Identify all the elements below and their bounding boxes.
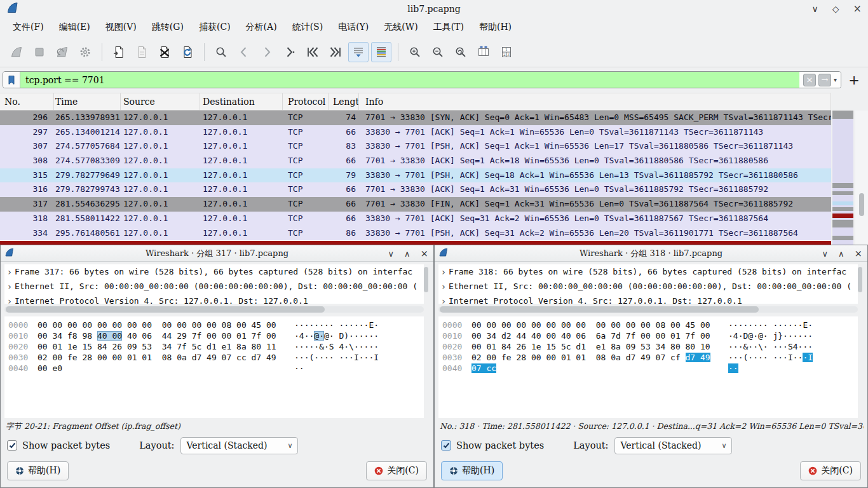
go-forward-button[interactable] bbox=[257, 42, 277, 62]
display-filter-input[interactable]: tcp.port == 7701 bbox=[20, 72, 799, 88]
packet-row[interactable]: 316279.782799743127.0.0.1127.0.0.1TCP667… bbox=[0, 182, 831, 197]
filter-clear-button[interactable]: × bbox=[803, 74, 816, 86]
hex-row[interactable]: 000000 00 00 00 00 00 00 00 00 00 00 00 … bbox=[8, 320, 424, 330]
menu-item[interactable]: 帮助(H) bbox=[471, 19, 519, 36]
zoom-reset-button[interactable] bbox=[451, 42, 471, 62]
help-button[interactable]: 帮助(H) bbox=[441, 461, 503, 480]
dialog-title-bar[interactable]: Wireshark · 分组 317 · lib7.pcapng ∨ ∧ × bbox=[1, 245, 433, 262]
hex-row[interactable]: 002000 01 84 26 1e 15 5c d1 e1 8a 09 53 … bbox=[442, 341, 858, 352]
packet-row[interactable]: 297265.134001214127.0.0.1127.0.0.1TCP663… bbox=[0, 125, 831, 140]
menu-item[interactable]: 文件(F) bbox=[5, 19, 51, 36]
stop-capture-button[interactable] bbox=[29, 42, 50, 62]
column-header-source[interactable]: Source bbox=[121, 93, 200, 110]
hex-row[interactable]: 003002 00 fe 28 00 00 01 01 08 0a d7 49 … bbox=[8, 352, 424, 363]
column-header-info[interactable]: Info bbox=[359, 93, 831, 110]
minimize-button[interactable]: ∨ bbox=[822, 250, 828, 258]
column-header-time[interactable]: Time bbox=[54, 93, 121, 110]
dialog-title-bar[interactable]: Wireshark · 分组 318 · lib7.pcapng ∨ ∧ × bbox=[435, 245, 867, 262]
hex-row[interactable]: 000000 00 00 00 00 00 00 00 00 00 00 00 … bbox=[442, 320, 858, 330]
zoom-out-button[interactable] bbox=[428, 42, 448, 62]
menu-item[interactable]: 统计(S) bbox=[285, 19, 331, 36]
close-dialog-button[interactable]: 关闭(C) bbox=[800, 461, 861, 480]
packet-row[interactable]: 334295.761480561127.0.0.1127.0.0.1TCP863… bbox=[0, 226, 831, 241]
column-header-no[interactable]: No. bbox=[0, 93, 54, 110]
restart-capture-button[interactable] bbox=[52, 42, 72, 62]
close-button[interactable]: × bbox=[420, 249, 428, 259]
show-packet-bytes-checkbox[interactable] bbox=[441, 440, 451, 451]
reload-file-button[interactable] bbox=[177, 42, 198, 62]
packet-row-clipped-red[interactable] bbox=[0, 240, 831, 245]
go-to-packet-button[interactable] bbox=[280, 42, 300, 62]
tree-row[interactable]: ›Ethernet II, Src: 00:00:00_00:00:00 (00… bbox=[438, 279, 858, 294]
filter-bookmark-button[interactable] bbox=[3, 72, 20, 88]
tree-horizontal-scrollbar[interactable] bbox=[4, 306, 424, 313]
restore-button[interactable]: ∧ bbox=[838, 250, 844, 258]
layout-select[interactable]: Vertical (Stacked) ∨ bbox=[614, 437, 732, 454]
column-header-protocol[interactable]: Protocol bbox=[283, 93, 329, 110]
tree-scrollbar-handle[interactable] bbox=[858, 267, 862, 292]
menu-item[interactable]: 工具(T) bbox=[426, 19, 471, 36]
packet-row[interactable]: 308274.577083309127.0.0.1127.0.0.1TCP667… bbox=[0, 154, 831, 168]
help-button[interactable]: 帮助(H) bbox=[7, 461, 69, 480]
column-header-length[interactable]: Length bbox=[329, 93, 359, 110]
open-file-button[interactable] bbox=[109, 42, 129, 62]
tree-scrollbar-handle[interactable] bbox=[424, 267, 428, 292]
auto-scroll-button[interactable] bbox=[348, 42, 369, 62]
layout-select[interactable]: Vertical (Stacked) ∨ bbox=[180, 437, 298, 454]
column-header-destination[interactable]: Destination bbox=[200, 93, 283, 110]
maximize-button[interactable]: ◇ bbox=[832, 4, 839, 13]
capture-options-button[interactable] bbox=[75, 42, 95, 62]
close-file-button[interactable] bbox=[154, 42, 175, 62]
hex-row[interactable]: 001000 34 f8 98 40 00 40 06 44 29 7f 00 … bbox=[8, 330, 424, 341]
hex-row[interactable]: 004007 cc·· bbox=[442, 363, 858, 374]
resize-columns-button[interactable] bbox=[473, 42, 494, 62]
menu-item[interactable]: 编辑(E) bbox=[51, 19, 98, 36]
tree-row[interactable]: ›Frame 317: 66 bytes on wire (528 bits),… bbox=[4, 264, 424, 279]
menu-item[interactable]: 跳转(G) bbox=[144, 19, 191, 36]
go-back-button[interactable] bbox=[234, 42, 254, 62]
menu-item[interactable]: 无线(W) bbox=[376, 19, 425, 36]
save-file-button[interactable] bbox=[132, 42, 152, 62]
expander-icon[interactable]: › bbox=[4, 281, 15, 292]
packet-row[interactable]: 296265.133978931127.0.0.1127.0.0.1TCP747… bbox=[0, 111, 831, 125]
menu-item[interactable]: 捕获(C) bbox=[191, 19, 238, 36]
scrollbar-handle[interactable] bbox=[440, 306, 759, 313]
layout-grid-button[interactable]: 123 bbox=[496, 42, 517, 62]
expander-icon[interactable]: › bbox=[438, 281, 449, 292]
scrollbar-handle[interactable] bbox=[6, 306, 325, 313]
go-first-button[interactable] bbox=[302, 42, 323, 62]
close-button[interactable]: × bbox=[853, 4, 862, 14]
tree-horizontal-scrollbar[interactable] bbox=[438, 306, 858, 313]
minimize-button[interactable]: ∨ bbox=[812, 4, 818, 13]
show-packet-bytes-checkbox[interactable] bbox=[7, 440, 17, 451]
packet-list-scrollbar[interactable] bbox=[855, 111, 868, 245]
filter-dropdown-caret[interactable]: ▾ bbox=[834, 76, 837, 83]
menu-item[interactable]: 分析(A) bbox=[238, 19, 285, 36]
zoom-in-button[interactable] bbox=[405, 42, 425, 62]
expander-icon[interactable]: › bbox=[4, 296, 15, 304]
packet-row[interactable]: 318281.558011422127.0.0.1127.0.0.1TCP663… bbox=[0, 212, 831, 226]
hex-row[interactable]: 002000 01 1e 15 84 26 09 53 34 7f 5c d1 … bbox=[8, 341, 424, 352]
tree-row[interactable]: ›Frame 318: 66 bytes on wire (528 bits),… bbox=[438, 264, 858, 279]
expander-icon[interactable]: › bbox=[438, 296, 449, 304]
packet-row[interactable]: 317281.554636295127.0.0.1127.0.0.1TCP667… bbox=[0, 197, 831, 212]
restore-button[interactable]: ∧ bbox=[404, 250, 410, 258]
minimize-button[interactable]: ∨ bbox=[388, 250, 394, 258]
hex-row[interactable]: 001000 34 d2 44 40 00 40 06 6a 7d 7f 00 … bbox=[442, 330, 858, 341]
packet-minimap-scrollbar[interactable] bbox=[832, 111, 853, 245]
tree-row[interactable]: ›Ethernet II, Src: 00:00:00_00:00:00 (00… bbox=[4, 279, 424, 294]
tree-row[interactable]: ›Internet Protocol Version 4, Src: 127.0… bbox=[4, 294, 424, 304]
filter-apply-button[interactable]: → bbox=[818, 74, 831, 86]
expander-icon[interactable]: › bbox=[438, 267, 449, 277]
expander-icon[interactable]: › bbox=[4, 267, 15, 277]
packet-row[interactable]: 315279.782779649127.0.0.1127.0.0.1TCP793… bbox=[0, 168, 831, 183]
close-button[interactable]: × bbox=[854, 249, 862, 259]
scrollbar-handle[interactable] bbox=[859, 193, 864, 216]
go-last-button[interactable] bbox=[325, 42, 346, 62]
menu-item[interactable]: 电话(Y) bbox=[330, 19, 376, 36]
tree-row[interactable]: ›Internet Protocol Version 4, Src: 127.0… bbox=[438, 294, 858, 304]
hex-row[interactable]: 003002 00 fe 28 00 00 01 01 08 0a d7 49 … bbox=[442, 352, 858, 363]
close-dialog-button[interactable]: 关闭(C) bbox=[366, 461, 427, 480]
packet-row[interactable]: 307274.577057684127.0.0.1127.0.0.1TCP833… bbox=[0, 139, 831, 154]
start-capture-button[interactable] bbox=[6, 42, 27, 62]
